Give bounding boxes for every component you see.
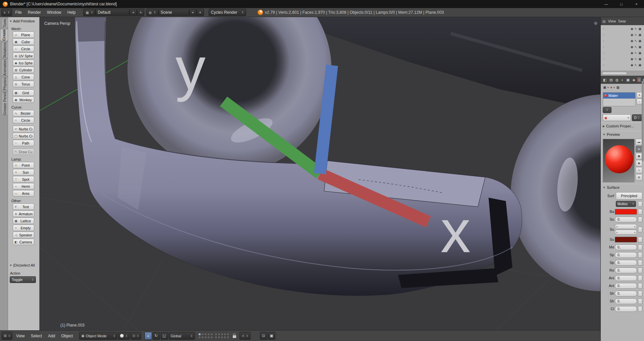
selectable-cursor-icon[interactable]: ↖	[635, 27, 637, 31]
number-field[interactable]: 0.	[615, 252, 637, 258]
shelf-tab-animation[interactable]: Animation	[1, 59, 8, 76]
layer-button[interactable]	[198, 333, 201, 336]
menu-view[interactable]: View	[13, 334, 28, 338]
add-ico-sphere-button[interactable]: ◆Ico Sphere	[13, 60, 34, 66]
selectable-cursor-icon[interactable]: ↖	[635, 39, 637, 43]
preview-world-button[interactable]: ◍	[636, 174, 642, 180]
increment-arrow-icon[interactable]: ▸	[634, 231, 636, 234]
shelf-tab-relations[interactable]: Relations	[1, 42, 8, 58]
close-button[interactable]: ×	[629, 0, 644, 8]
object-icon[interactable]: ▣	[603, 86, 606, 89]
layer-button[interactable]	[201, 333, 204, 336]
layer-button[interactable]	[227, 336, 229, 339]
add-draw-curve-button[interactable]: ✎Draw Cu...	[13, 149, 34, 155]
add-lattice-button[interactable]: ▦Lattice	[13, 218, 34, 224]
opengl-render-image-button[interactable]: ⊡	[260, 332, 267, 340]
shelf-tab-create[interactable]: Create	[0, 29, 8, 41]
editor-type-selector[interactable]: ⊞⇕	[2, 332, 12, 340]
add-cube-button[interactable]: ▣Cube	[13, 39, 34, 45]
surface-panel-header[interactable]: ▼Surface	[601, 184, 644, 191]
layer-button[interactable]	[210, 333, 213, 336]
menu-object[interactable]: Object	[58, 334, 76, 338]
color-swatch[interactable]	[615, 237, 637, 242]
constraints-tab[interactable]: ◈	[632, 77, 636, 82]
maximize-button[interactable]: □	[614, 0, 629, 8]
add-monkey-button[interactable]: ◉Monkey	[13, 97, 34, 103]
outliner-row[interactable]: ◦◉↖▣	[601, 62, 644, 68]
outliner-scrollbar[interactable]	[601, 71, 644, 76]
layer-button[interactable]	[201, 336, 204, 339]
keyframe-button[interactable]	[638, 260, 642, 266]
shelf-tab-physics[interactable]: Physics	[1, 77, 8, 91]
keyframe-button[interactable]	[638, 237, 642, 242]
add-layout-button[interactable]: +	[129, 9, 137, 16]
selectable-cursor-icon[interactable]: ↖	[635, 63, 637, 67]
outliner-row[interactable]: ◦◉↖▣	[601, 56, 644, 62]
number-field[interactable]: 0.	[615, 268, 637, 273]
layer-button[interactable]	[215, 336, 217, 339]
add-empty-button[interactable]: +Empty	[13, 225, 34, 231]
add-plane-button[interactable]: ▱Plane	[13, 32, 34, 38]
add-text-button[interactable]: FText	[13, 204, 34, 210]
slot-specials-dropdown[interactable]: ⇕	[603, 107, 611, 113]
mode-dropdown[interactable]: ▣Object Mode⇕	[79, 332, 117, 340]
layer-button[interactable]	[215, 333, 217, 336]
add-nurbs-curve-button[interactable]: ⊂Nurbs Cu...	[13, 126, 34, 132]
screen-layout-icon-button[interactable]: ▦⇕	[83, 9, 95, 16]
preview-sphere-button[interactable]: ●	[636, 146, 642, 152]
render-camera-icon[interactable]: ▣	[638, 33, 641, 37]
action-dropdown[interactable]: Toggle⇕	[10, 276, 36, 283]
pivot-point-dropdown[interactable]: ⊙⇕	[130, 332, 141, 340]
keyframe-button[interactable]	[638, 201, 642, 207]
opengl-render-animation-button[interactable]: ▣	[268, 332, 275, 340]
world-tab[interactable]: ◐	[621, 77, 624, 82]
layer-button[interactable]	[224, 333, 226, 336]
visibility-eye-icon[interactable]: ◉	[631, 57, 633, 61]
number-field[interactable]: 0.	[615, 260, 637, 266]
keyframe-button[interactable]	[638, 252, 642, 258]
add-circle-button[interactable]: ○Circle	[13, 46, 34, 52]
add-lamp-point-button[interactable]: ⊙Point	[13, 162, 34, 168]
keyframe-button[interactable]	[638, 298, 642, 304]
keyframe-button[interactable]	[638, 275, 642, 281]
layer-button[interactable]	[221, 333, 223, 336]
layer-button[interactable]	[210, 336, 213, 339]
shelf-tab-grease-pencil[interactable]: Grease Pencil	[1, 92, 8, 115]
menu-help[interactable]: Help	[64, 10, 79, 15]
layer-button[interactable]	[221, 336, 223, 339]
add-nurbs-circle-button[interactable]: ◯Nurbs Cir...	[13, 133, 34, 139]
keyframe-button[interactable]	[638, 283, 642, 289]
layer-button[interactable]	[198, 336, 201, 339]
add-scene-button[interactable]: +	[189, 9, 197, 16]
add-speaker-button[interactable]: ◁Speaker	[13, 232, 34, 238]
menu-window[interactable]: Window	[44, 10, 64, 15]
layer-button[interactable]	[218, 336, 220, 339]
object-tab[interactable]: ▣	[626, 77, 630, 82]
manipulator-rotate-button[interactable]: ↻	[153, 332, 160, 340]
visibility-eye-icon[interactable]: ◉	[631, 51, 633, 55]
transform-orientation-dropdown[interactable]: Global⇕	[169, 332, 195, 340]
layer-button[interactable]	[207, 336, 210, 339]
custom-properties-panel-header[interactable]: ▶Custom Proper...	[601, 122, 644, 129]
snap-toggle[interactable]: ∩⇕	[239, 332, 251, 340]
viewport-shading-dropdown[interactable]: ⇕	[118, 332, 130, 340]
render-tab[interactable]: ◧	[602, 77, 607, 82]
render-camera-icon[interactable]: ▣	[638, 39, 641, 43]
remove-scene-button[interactable]: ×	[197, 9, 204, 16]
preview-flat-button[interactable]: ▬	[636, 139, 642, 145]
menu-add[interactable]: Add	[45, 334, 58, 338]
add-armature-button[interactable]: ⋔Armature	[13, 211, 34, 217]
visibility-eye-icon[interactable]: ◉	[631, 45, 633, 49]
keyframe-button[interactable]	[638, 244, 642, 250]
preview-panel-header[interactable]: ▼Preview	[601, 131, 644, 138]
add-curve-path-button[interactable]: ┄Path	[13, 140, 34, 146]
remove-layout-button[interactable]: ×	[137, 9, 144, 16]
layer-button[interactable]	[204, 336, 207, 339]
keyframe-button[interactable]	[638, 227, 642, 232]
scene-tab[interactable]: ◍	[615, 77, 620, 82]
preview-cube-button[interactable]: ▣	[636, 153, 642, 159]
layer-button[interactable]	[218, 333, 220, 336]
add-uv-sphere-button[interactable]: ◍UV Sphere	[13, 53, 34, 59]
vector-component[interactable]: ◂▸	[615, 224, 637, 229]
lock-icon[interactable]	[233, 335, 236, 338]
